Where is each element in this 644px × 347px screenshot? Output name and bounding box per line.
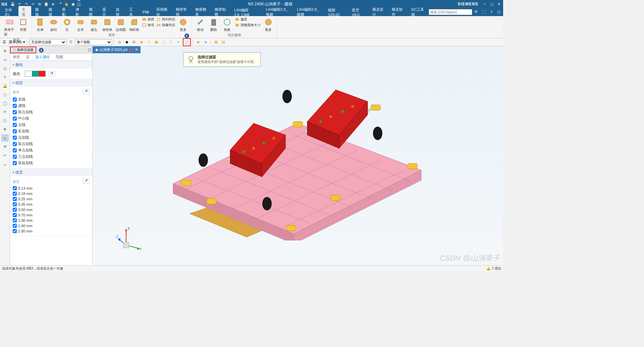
- subtract-button[interactable]: 减去: [88, 17, 100, 33]
- menu-label[interactable]: 菜单(M): [9, 40, 22, 45]
- linestyle-reset-icon[interactable]: ↺: [83, 89, 90, 94]
- datum-plane-button[interactable]: 基准平面: [3, 17, 16, 38]
- tab-nengxin[interactable]: 能新 V20.02: [325, 7, 348, 18]
- checkbox[interactable]: [13, 213, 17, 217]
- tool-icon-2[interactable]: ✂: [2, 152, 8, 159]
- extrude-button[interactable]: 拉伸: [34, 17, 47, 33]
- linewidth-check[interactable]: 0.50 mm: [13, 207, 90, 212]
- checkbox[interactable]: [13, 224, 17, 228]
- checkbox[interactable]: [13, 123, 17, 127]
- checkbox[interactable]: [13, 197, 17, 201]
- tab-pmi[interactable]: PMI: [139, 9, 153, 15]
- tab-curve[interactable]: 曲线: [32, 6, 45, 18]
- checkbox[interactable]: [13, 117, 17, 121]
- sel-icon-1[interactable]: ◇: [116, 39, 122, 45]
- tab-meilei3[interactable]: 梅雷制图: [211, 6, 230, 18]
- touch-icon[interactable]: 👆: [64, 1, 69, 7]
- linestyle-check[interactable]: 中心线: [13, 115, 90, 122]
- tab-meilei1[interactable]: 梅雷常用: [172, 6, 191, 18]
- save-icon[interactable]: 💾: [10, 1, 15, 7]
- sel-icon-6[interactable]: ▣: [153, 39, 159, 45]
- pattern-button[interactable]: 阵列特征: [156, 17, 176, 22]
- window-dropdown[interactable]: 窗口▾: [77, 1, 83, 7]
- linestyle-check[interactable]: 三点划线: [13, 153, 90, 160]
- linewidth-check[interactable]: 0.25 mm: [13, 196, 90, 202]
- linewidth-check[interactable]: 1.00 mm: [13, 218, 90, 223]
- sel-icon-10[interactable]: ◉: [195, 39, 201, 45]
- tab-display[interactable]: 显示: [99, 6, 112, 18]
- checkbox[interactable]: [13, 202, 17, 206]
- sel-icon-4[interactable]: ◆: [139, 39, 145, 45]
- checkbox[interactable]: [13, 155, 17, 159]
- tab-gc[interactable]: GC工具箱: [408, 6, 428, 18]
- checkbox[interactable]: [13, 229, 17, 233]
- sel-icon-7[interactable]: ▢: [161, 39, 167, 45]
- tool-icon-3[interactable]: ⟁: [2, 161, 8, 167]
- linestyle-check[interactable]: 双点划线: [13, 109, 90, 115]
- tab-tools[interactable]: 工具: [126, 6, 139, 18]
- panel-tab-scope[interactable]: 范围: [53, 54, 66, 61]
- help-icon[interactable]: ?: [488, 9, 494, 15]
- tab-home[interactable]: 主页: [18, 6, 31, 18]
- tab-meilei2[interactable]: 梅雷模具: [192, 6, 211, 18]
- checkbox[interactable]: [13, 104, 17, 108]
- checkbox[interactable]: [13, 208, 17, 212]
- filter-select-2[interactable]: 整个装配: [75, 39, 112, 45]
- minimize-icon[interactable]: ─: [482, 1, 488, 7]
- part-nav-icon[interactable]: ▭: [2, 56, 8, 63]
- checkbox[interactable]: [13, 136, 17, 140]
- linewidth-check[interactable]: 0.13 mm: [13, 186, 90, 191]
- shell-button[interactable]: 抽壳: [141, 22, 155, 28]
- more-sync-button[interactable]: 更多: [262, 17, 275, 33]
- undo-icon[interactable]: ↶: [17, 1, 22, 7]
- offset-button[interactable]: 偏置: [234, 17, 261, 22]
- tab-application[interactable]: 应用模块: [153, 6, 172, 18]
- color-swatches[interactable]: [25, 71, 46, 77]
- sel-icon-8[interactable]: ╱: [168, 39, 174, 45]
- maximize-icon[interactable]: ▢: [489, 1, 495, 7]
- linestyle-check[interactable]: 实线: [13, 96, 90, 102]
- close-icon[interactable]: ✕: [496, 1, 502, 7]
- document-tab[interactable]: ◆ 山涧果子2025.prt 📌 ✕: [93, 46, 141, 53]
- sel-filter-icon[interactable]: ⬚: [184, 39, 190, 45]
- search-icon[interactable]: 🔍: [474, 9, 480, 15]
- linewidth-check[interactable]: 1.40 mm: [13, 223, 90, 228]
- move-icon[interactable]: ✥: [2, 126, 8, 133]
- tab-mosheng2[interactable]: 模圣软件: [388, 6, 407, 18]
- checkbox[interactable]: [13, 218, 17, 222]
- expand-icon[interactable]: ⛶: [481, 9, 487, 15]
- sphere-icon[interactable]: ◯: [2, 100, 8, 107]
- linewidth-reset-icon[interactable]: ↺: [83, 178, 90, 184]
- sel-icon-9[interactable]: ✦: [175, 39, 181, 45]
- notify-text[interactable]: 2 通知: [492, 266, 501, 271]
- filter-panel-icon[interactable]: ◎: [2, 135, 8, 141]
- viewport[interactable]: ◆ 山涧果子2025.prt 📌 ✕ 选择过滤器 使资源条中的"选择过滤器"选项…: [93, 46, 503, 265]
- linestyle-check[interactable]: 长划线: [13, 128, 90, 134]
- section-linewidth[interactable]: 线宽: [10, 168, 92, 176]
- filter-icon[interactable]: ▽: [68, 39, 74, 45]
- sel-icon-2[interactable]: ◆: [124, 39, 130, 45]
- move-button[interactable]: 移动: [194, 17, 207, 33]
- resize-button[interactable]: 调整圆角大小: [234, 22, 261, 28]
- bell-icon[interactable]: 🔔: [2, 82, 8, 89]
- tab-xingkong[interactable]: 星空 V8.0: [348, 7, 368, 18]
- edgeblend-button[interactable]: 边倒圆: [114, 17, 127, 33]
- notify-icon[interactable]: 🔔: [486, 267, 490, 270]
- sel-icon-3[interactable]: ⊘: [131, 39, 137, 45]
- tab-assembly[interactable]: 装配: [59, 6, 71, 18]
- asm-nav-icon[interactable]: ◫: [2, 65, 8, 72]
- sel-icon-13[interactable]: ▨: [220, 39, 226, 45]
- checkbox[interactable]: [13, 192, 17, 196]
- tab-select[interactable]: 选择: [112, 6, 125, 18]
- replace-button[interactable]: 替换: [221, 17, 233, 33]
- tab-file[interactable]: 文件(F): [1, 7, 18, 18]
- panel-tab-display[interactable]: 显示属性: [33, 54, 53, 61]
- tab-mosheng1[interactable]: 模圣设计: [369, 6, 388, 18]
- window-icon[interactable]: ▣: [70, 1, 76, 7]
- chamfer-button[interactable]: 倒斜角: [128, 17, 141, 33]
- redo-icon[interactable]: ↷: [23, 1, 29, 7]
- paste-icon[interactable]: 📋: [44, 1, 49, 7]
- info-icon-2[interactable]: ⓘ: [2, 117, 8, 124]
- draft-button[interactable]: 拔模: [141, 17, 155, 22]
- mic-icon[interactable]: 🎤: [57, 1, 62, 7]
